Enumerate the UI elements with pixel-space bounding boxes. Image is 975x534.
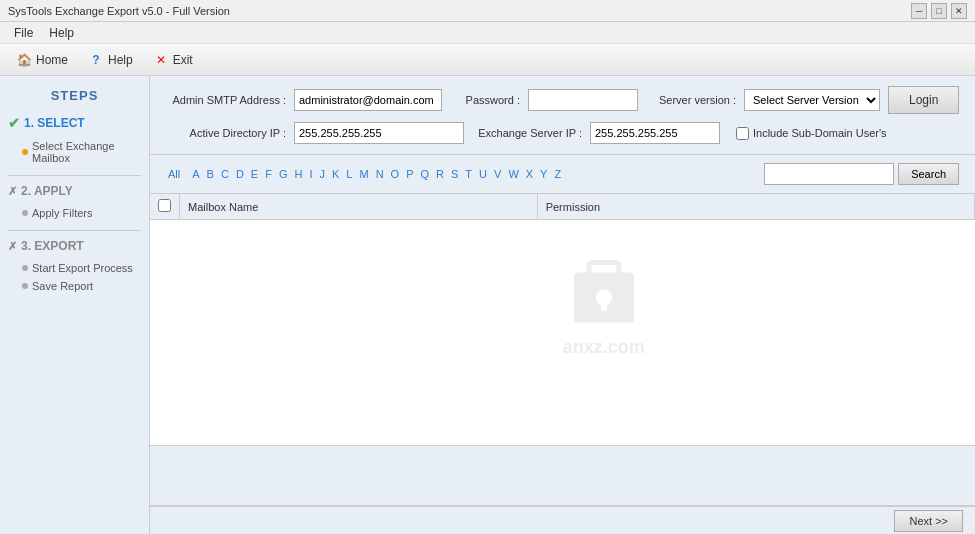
bottom-area: [150, 446, 975, 506]
step1-bullet: [22, 149, 28, 155]
search-input[interactable]: [764, 163, 894, 185]
exchange-server-label: Exchange Server IP :: [472, 127, 582, 139]
col-permission: Permission: [537, 194, 974, 220]
step1-label: 1. SELECT: [24, 116, 85, 130]
alpha-m[interactable]: M: [357, 167, 370, 181]
alpha-r[interactable]: R: [434, 167, 446, 181]
minimize-button[interactable]: ─: [911, 3, 927, 19]
alpha-nav: All A B C D E F G H I J K L M N O P Q R …: [150, 155, 975, 194]
alpha-t[interactable]: T: [463, 167, 474, 181]
login-button[interactable]: Login: [888, 86, 959, 114]
alpha-f[interactable]: F: [263, 167, 274, 181]
alpha-all[interactable]: All: [166, 167, 182, 181]
alpha-p[interactable]: P: [404, 167, 415, 181]
step2-header[interactable]: ✗ 2. APPLY: [8, 184, 141, 198]
step1-checkmark: ✔: [8, 115, 20, 131]
title-bar: SysTools Exchange Export v5.0 - Full Ver…: [0, 0, 975, 22]
password-label: Password :: [450, 94, 520, 106]
alpha-k[interactable]: K: [330, 167, 341, 181]
help-icon: ?: [88, 52, 104, 68]
toolbar-home-label: Home: [36, 53, 68, 67]
step2-subitem-filters[interactable]: Apply Filters: [8, 204, 141, 222]
col-checkbox: [150, 194, 180, 220]
step3-bullet-1: [22, 265, 28, 271]
alpha-g[interactable]: G: [277, 167, 290, 181]
step3-label: 3. EXPORT: [21, 239, 84, 253]
alpha-w[interactable]: W: [506, 167, 520, 181]
content-area: anxz.com Admin SMTP Address : Password :…: [150, 76, 975, 534]
step3-subitem-export[interactable]: Start Export Process: [8, 259, 141, 277]
step3-subitem-export-label: Start Export Process: [32, 262, 133, 274]
exit-icon: ✕: [153, 52, 169, 68]
alpha-l[interactable]: L: [344, 167, 354, 181]
active-directory-input[interactable]: [294, 122, 464, 144]
exchange-server-input[interactable]: [590, 122, 720, 144]
alpha-v[interactable]: V: [492, 167, 503, 181]
alpha-c[interactable]: C: [219, 167, 231, 181]
alpha-a[interactable]: A: [190, 167, 201, 181]
step1-subitem-label: Select Exchange Mailbox: [32, 140, 137, 164]
server-version-select[interactable]: Select Server VersionExchange 2007Exchan…: [744, 89, 880, 111]
search-button[interactable]: Search: [898, 163, 959, 185]
toolbar-home-button[interactable]: 🏠 Home: [8, 49, 76, 71]
alpha-b[interactable]: B: [205, 167, 216, 181]
toolbar-help-label: Help: [108, 53, 133, 67]
step3-subitem-report[interactable]: Save Report: [8, 277, 141, 295]
toolbar: 🏠 Home ? Help ✕ Exit: [0, 44, 975, 76]
step2-bullet: [22, 210, 28, 216]
title-bar-text: SysTools Exchange Export v5.0 - Full Ver…: [8, 5, 230, 17]
include-subdomain-label: Include Sub-Domain User's: [753, 127, 887, 139]
toolbar-exit-label: Exit: [173, 53, 193, 67]
maximize-button[interactable]: □: [931, 3, 947, 19]
step3-bullet-2: [22, 283, 28, 289]
menu-bar: File Help: [0, 22, 975, 44]
col-mailbox-name: Mailbox Name: [180, 194, 538, 220]
toolbar-help-button[interactable]: ? Help: [80, 49, 141, 71]
password-input[interactable]: [528, 89, 638, 111]
next-button[interactable]: Next >>: [894, 510, 963, 532]
alpha-s[interactable]: S: [449, 167, 460, 181]
close-button[interactable]: ✕: [951, 3, 967, 19]
step3-arrow: ✗: [8, 240, 17, 253]
admin-smtp-label: Admin SMTP Address :: [166, 94, 286, 106]
admin-smtp-input[interactable]: [294, 89, 442, 111]
alpha-x[interactable]: X: [524, 167, 535, 181]
form-section: Admin SMTP Address : Password : Server v…: [150, 76, 975, 155]
include-subdomain-checkbox[interactable]: [736, 127, 749, 140]
step2-subitem-label: Apply Filters: [32, 207, 93, 219]
steps-title: STEPS: [8, 88, 141, 103]
active-directory-label: Active Directory IP :: [166, 127, 286, 139]
menu-file[interactable]: File: [6, 24, 41, 42]
server-version-label: Server version :: [646, 94, 736, 106]
alpha-d[interactable]: D: [234, 167, 246, 181]
alpha-h[interactable]: H: [292, 167, 304, 181]
step1-subitem-mailbox[interactable]: Select Exchange Mailbox: [8, 137, 141, 167]
step2-label: 2. APPLY: [21, 184, 73, 198]
toolbar-exit-button[interactable]: ✕ Exit: [145, 49, 201, 71]
step3-header[interactable]: ✗ 3. EXPORT: [8, 239, 141, 253]
alpha-search-area: Search: [764, 163, 959, 185]
footer: Next >>: [150, 506, 975, 534]
sidebar: STEPS ✔ 1. SELECT Select Exchange Mailbo…: [0, 76, 150, 534]
alpha-j[interactable]: J: [317, 167, 327, 181]
alpha-z[interactable]: Z: [552, 167, 563, 181]
home-icon: 🏠: [16, 52, 32, 68]
step2-arrow: ✗: [8, 185, 17, 198]
alpha-e[interactable]: E: [249, 167, 260, 181]
alpha-n[interactable]: N: [374, 167, 386, 181]
alpha-u[interactable]: U: [477, 167, 489, 181]
table-container: Mailbox Name Permission: [150, 194, 975, 446]
mailbox-table: Mailbox Name Permission: [150, 194, 975, 220]
alpha-q[interactable]: Q: [418, 167, 431, 181]
alpha-i[interactable]: I: [307, 167, 314, 181]
alpha-y[interactable]: Y: [538, 167, 549, 181]
select-all-checkbox[interactable]: [158, 199, 171, 212]
step1-header[interactable]: ✔ 1. SELECT: [8, 115, 141, 131]
menu-help[interactable]: Help: [41, 24, 82, 42]
step3-subitem-report-label: Save Report: [32, 280, 93, 292]
alpha-o[interactable]: O: [389, 167, 402, 181]
